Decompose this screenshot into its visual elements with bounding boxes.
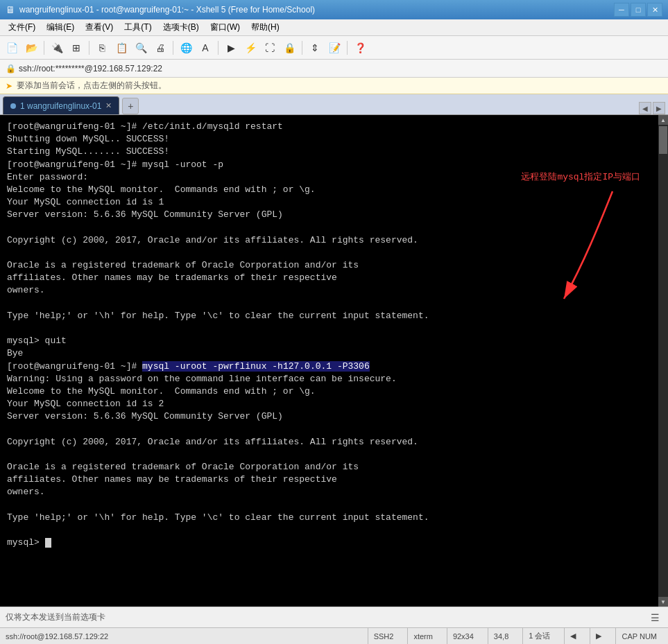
window-title: wangruifenglinux-01 - root@wangruifeng-0… (19, 5, 614, 15)
terminal-line-2: Shutting down MySQL.. SUCCESS! (7, 134, 169, 144)
copy-button[interactable]: ⎘ (93, 39, 111, 57)
terminal-line-12: Oracle is a registered trademark of Orac… (7, 260, 359, 270)
help-button[interactable]: ❓ (351, 39, 369, 57)
minimize-button[interactable]: ─ (614, 3, 629, 17)
lock-icon: 🔒 (6, 64, 16, 73)
lock-button[interactable]: 🔒 (280, 39, 298, 57)
cursor (45, 538, 51, 548)
open-button[interactable]: 📂 (22, 39, 40, 57)
globe-button[interactable]: 🌐 (177, 39, 195, 57)
toolbar: 📄 📂 🔌 ⊞ ⎘ 📋 🔍 🖨 🌐 A ▶ ⚡ ⛶ 🔒 ⇕ 📝 ❓ (0, 36, 668, 60)
terminal-line-13: affiliates. Other names may be trademark… (7, 272, 337, 283)
status-arrow-left[interactable]: ◀ (564, 628, 581, 644)
terminal-line-7: Your MySQL connection id is 1 (7, 197, 164, 207)
terminal-line-24: Your MySQL connection id is 2 (7, 399, 164, 409)
tab-label: 1 wangruifenglinux-01 (20, 101, 101, 111)
tab-1[interactable]: 1 wangruifenglinux-01 ✕ (3, 96, 119, 114)
tab-dot (10, 103, 16, 109)
log-button[interactable]: 📝 (325, 39, 343, 57)
maximize-button[interactable]: □ (631, 3, 646, 17)
terminal-line-35: mysql> (7, 537, 51, 548)
paste-button[interactable]: 📋 (112, 39, 130, 57)
bottom-menu-button[interactable]: ☰ (647, 610, 662, 625)
status-terminal-size: 92x34 (447, 628, 479, 644)
terminal-line-4: [root@wangruifeng-01 ~]# mysql -uroot -p (7, 159, 223, 170)
menu-bar: 文件(F) 编辑(E) 查看(V) 工具(T) 选项卡(B) 窗口(W) 帮助(… (0, 19, 668, 36)
status-protocol: SSH2 (368, 628, 400, 644)
terminal-line-22: Warning: Using a password on the command… (7, 374, 397, 384)
terminal-scrollbar[interactable]: ▲ ▼ (658, 115, 668, 607)
status-caps: CAP NUM (615, 628, 662, 644)
menu-window[interactable]: 窗口(W) (205, 20, 246, 35)
window-controls: ─ □ ✕ (614, 3, 662, 17)
menu-view[interactable]: 查看(V) (80, 20, 119, 35)
toolbar-separator-6 (347, 41, 348, 55)
tab-next-arrow[interactable]: ▶ (653, 102, 665, 114)
terminal-line-20: [root@wangruifeng-01 ~]# mysql -uroot -p… (7, 361, 370, 372)
status-bar: ssh://root@192.168.57.129:22 SSH2 xterm … (0, 627, 668, 644)
cmd-highlight: mysql -uroot -pwrflinux -h127.0.0.1 -P33… (142, 361, 370, 372)
scroll-thumb[interactable] (659, 126, 667, 154)
toolbar-separator-1 (44, 41, 44, 55)
toolbar-separator-2 (89, 41, 89, 55)
status-arrow-right[interactable]: ▶ (590, 628, 607, 644)
terminal-line-25: Server version: 5.6.36 MySQL Community S… (7, 411, 283, 421)
tab-add-button[interactable]: + (122, 98, 139, 114)
terminal-line-8: Server version: 5.6.36 MySQL Community S… (7, 209, 283, 220)
address-bar: 🔒 ssh://root:*********@192.168.57.129:22 (0, 60, 668, 78)
scroll-down-button[interactable]: ▼ (658, 597, 668, 607)
send-to-tab-label: 仅将文本发送到当前选项卡 (6, 611, 647, 623)
print-button[interactable]: 🖨 (151, 39, 169, 57)
status-encoding: xterm (407, 628, 438, 644)
status-cursor-pos: 34,8 (488, 628, 514, 644)
status-sessions: 1 会话 (522, 628, 556, 644)
menu-tabs[interactable]: 选项卡(B) (157, 20, 205, 35)
terminal-line-23: Welcome to the MySQL monitor. Commands e… (7, 386, 316, 397)
font-button[interactable]: A (196, 39, 214, 57)
terminal[interactable]: [root@wangruifeng-01 ~]# /etc/init.d/mys… (0, 115, 658, 607)
menu-file[interactable]: 文件(F) (3, 20, 41, 35)
close-button[interactable]: ✕ (647, 3, 662, 17)
info-icon: ➤ (6, 81, 12, 91)
terminal-line-16: Type 'help;' or '\h' for help. Type '\c'… (7, 311, 429, 321)
new-button[interactable]: 📄 (3, 39, 21, 57)
macro-button[interactable]: ⚡ (241, 39, 259, 57)
tab-close-icon[interactable]: ✕ (105, 101, 112, 110)
scroll-button[interactable]: ⇕ (306, 39, 324, 57)
menu-help[interactable]: 帮助(H) (246, 20, 285, 35)
terminal-container: [root@wangruifeng-01 ~]# /etc/init.d/mys… (0, 115, 668, 607)
terminal-line-19: Bye (7, 348, 23, 358)
terminal-line-5: Enter password: (7, 172, 88, 182)
scroll-track[interactable] (658, 125, 668, 597)
tab-prev-arrow[interactable]: ◀ (639, 102, 651, 114)
terminal-line-27: Copyright (c) 2000, 2017, Oracle and/or … (7, 437, 418, 447)
terminal-line-1: [root@wangruifeng-01 ~]# /etc/init.d/mys… (7, 121, 283, 132)
terminal-line-10: Copyright (c) 2000, 2017, Oracle and/or … (7, 235, 418, 245)
terminal-line-3: Starting MySQL....... SUCCESS! (7, 146, 169, 157)
app-icon: 🖥 (6, 4, 15, 15)
title-bar: 🖥 wangruifenglinux-01 - root@wangruifeng… (0, 0, 668, 19)
connect-button[interactable]: 🔌 (48, 39, 66, 57)
address-text: ssh://root:*********@192.168.57.129:22 (19, 64, 162, 73)
menu-tools[interactable]: 工具(T) (119, 20, 157, 35)
status-address: ssh://root@192.168.57.129:22 (6, 632, 359, 641)
terminal-line-18: mysql> quit (7, 336, 67, 346)
zoom-button[interactable]: ⛶ (261, 39, 279, 57)
terminal-line-29: Oracle is a registered trademark of Orac… (7, 462, 359, 472)
toolbar-separator-4 (218, 41, 219, 55)
scroll-up-button[interactable]: ▲ (658, 115, 668, 125)
info-text: 要添加当前会话，点击左侧的箭头按钮。 (17, 80, 166, 92)
menu-edit[interactable]: 编辑(E) (41, 20, 80, 35)
toolbar-separator-3 (173, 41, 173, 55)
search-button[interactable]: 🔍 (132, 39, 150, 57)
terminal-line-30: affiliates. Other names may be trademark… (7, 474, 337, 485)
script-button[interactable]: ▶ (222, 39, 240, 57)
info-bar: ➤ 要添加当前会话，点击左侧的箭头按钮。 (0, 78, 668, 94)
terminal-line-33: Type 'help;' or '\h' for help. Type '\c'… (7, 512, 429, 523)
tab-arrows: ◀ ▶ (639, 102, 665, 114)
terminal-button[interactable]: ⊞ (67, 39, 85, 57)
terminal-line-14: owners. (7, 285, 45, 295)
terminal-line-6: Welcome to the MySQL monitor. Commands e… (7, 184, 316, 195)
tab-bar: 1 wangruifenglinux-01 ✕ + ◀ ▶ (0, 94, 668, 115)
bottom-toolbar: 仅将文本发送到当前选项卡 ☰ (0, 607, 668, 627)
